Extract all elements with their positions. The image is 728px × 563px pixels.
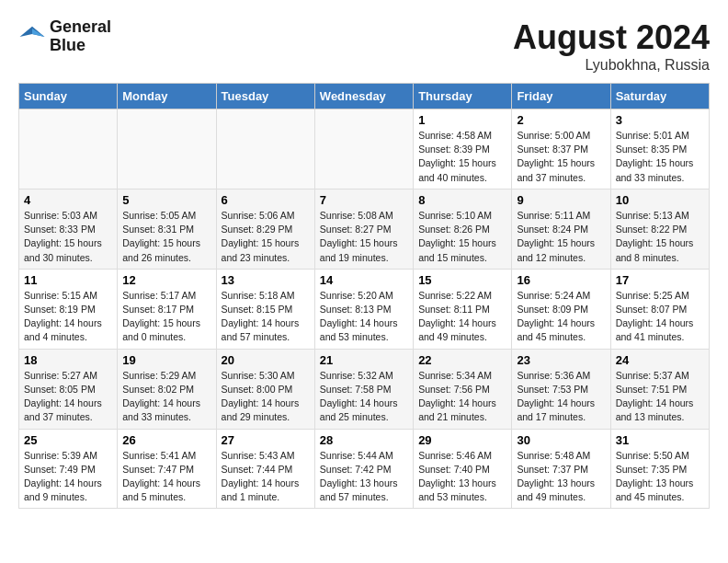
calendar-cell: 11Sunrise: 5:15 AMSunset: 8:19 PMDayligh… xyxy=(19,269,118,349)
month-year: August 2024 xyxy=(513,18,710,57)
day-info: Sunrise: 5:17 AMSunset: 8:17 PMDaylight:… xyxy=(122,290,200,343)
weekday-header-tuesday: Tuesday xyxy=(216,84,314,109)
calendar-cell: 2Sunrise: 5:00 AMSunset: 8:37 PMDaylight… xyxy=(512,109,610,190)
calendar-cell: 8Sunrise: 5:10 AMSunset: 8:26 PMDaylight… xyxy=(414,189,512,269)
calendar-cell: 25Sunrise: 5:39 AMSunset: 7:49 PMDayligh… xyxy=(19,429,118,509)
weekday-header-row: SundayMondayTuesdayWednesdayThursdayFrid… xyxy=(19,84,710,109)
day-number: 14 xyxy=(320,273,408,287)
calendar-cell: 19Sunrise: 5:29 AMSunset: 8:02 PMDayligh… xyxy=(118,349,216,429)
day-number: 21 xyxy=(320,353,408,367)
calendar-cell: 7Sunrise: 5:08 AMSunset: 8:27 PMDaylight… xyxy=(314,189,413,269)
day-info: Sunrise: 5:03 AMSunset: 8:33 PMDaylight:… xyxy=(24,210,102,263)
week-row-1: 1Sunrise: 4:58 AMSunset: 8:39 PMDaylight… xyxy=(19,109,710,190)
calendar-cell: 18Sunrise: 5:27 AMSunset: 8:05 PMDayligh… xyxy=(19,349,118,429)
calendar-cell: 4Sunrise: 5:03 AMSunset: 8:33 PMDaylight… xyxy=(19,189,118,269)
calendar-table: SundayMondayTuesdayWednesdayThursdayFrid… xyxy=(18,83,710,509)
day-info: Sunrise: 5:34 AMSunset: 7:56 PMDaylight:… xyxy=(418,370,496,423)
day-info: Sunrise: 5:24 AMSunset: 8:09 PMDaylight:… xyxy=(517,290,595,343)
weekday-header-saturday: Saturday xyxy=(610,84,709,109)
location: Lyubokhna, Russia xyxy=(513,57,710,74)
calendar-cell: 26Sunrise: 5:41 AMSunset: 7:47 PMDayligh… xyxy=(118,429,216,509)
day-number: 16 xyxy=(517,273,605,287)
day-number: 27 xyxy=(222,433,310,447)
logo-line1: General xyxy=(50,18,111,37)
calendar-cell: 13Sunrise: 5:18 AMSunset: 8:15 PMDayligh… xyxy=(216,269,314,349)
day-number: 7 xyxy=(320,193,408,207)
day-number: 20 xyxy=(222,353,310,367)
day-number: 5 xyxy=(122,193,210,207)
day-info: Sunrise: 5:30 AMSunset: 8:00 PMDaylight:… xyxy=(222,370,300,423)
calendar-cell: 30Sunrise: 5:48 AMSunset: 7:37 PMDayligh… xyxy=(512,429,610,509)
calendar-cell: 22Sunrise: 5:34 AMSunset: 7:56 PMDayligh… xyxy=(414,349,512,429)
logo: General Blue xyxy=(18,18,111,55)
calendar-cell xyxy=(118,109,216,190)
logo-icon xyxy=(18,23,46,51)
day-number: 15 xyxy=(418,273,506,287)
day-number: 18 xyxy=(24,353,112,367)
weekday-header-friday: Friday xyxy=(512,84,610,109)
calendar-cell: 16Sunrise: 5:24 AMSunset: 8:09 PMDayligh… xyxy=(512,269,610,349)
weekday-header-wednesday: Wednesday xyxy=(314,84,413,109)
day-number: 31 xyxy=(616,433,704,447)
day-info: Sunrise: 5:46 AMSunset: 7:40 PMDaylight:… xyxy=(418,450,496,503)
day-number: 29 xyxy=(418,433,506,447)
day-info: Sunrise: 5:25 AMSunset: 8:07 PMDaylight:… xyxy=(616,290,694,343)
logo-text: General Blue xyxy=(50,18,111,55)
calendar-cell: 15Sunrise: 5:22 AMSunset: 8:11 PMDayligh… xyxy=(414,269,512,349)
day-number: 28 xyxy=(320,433,408,447)
day-number: 23 xyxy=(517,353,605,367)
weekday-header-sunday: Sunday xyxy=(19,84,118,109)
calendar-cell: 9Sunrise: 5:11 AMSunset: 8:24 PMDaylight… xyxy=(512,189,610,269)
day-info: Sunrise: 5:15 AMSunset: 8:19 PMDaylight:… xyxy=(24,290,102,343)
calendar-cell: 21Sunrise: 5:32 AMSunset: 7:58 PMDayligh… xyxy=(314,349,413,429)
day-number: 11 xyxy=(24,273,112,287)
day-info: Sunrise: 5:48 AMSunset: 7:37 PMDaylight:… xyxy=(517,450,595,503)
week-row-3: 11Sunrise: 5:15 AMSunset: 8:19 PMDayligh… xyxy=(19,269,710,349)
day-info: Sunrise: 5:32 AMSunset: 7:58 PMDaylight:… xyxy=(320,370,398,423)
day-info: Sunrise: 5:36 AMSunset: 7:53 PMDaylight:… xyxy=(517,370,595,423)
title-block: August 2024 Lyubokhna, Russia xyxy=(513,18,710,74)
day-info: Sunrise: 5:29 AMSunset: 8:02 PMDaylight:… xyxy=(122,370,200,423)
day-info: Sunrise: 5:20 AMSunset: 8:13 PMDaylight:… xyxy=(320,290,398,343)
day-info: Sunrise: 5:41 AMSunset: 7:47 PMDaylight:… xyxy=(122,450,200,503)
day-number: 13 xyxy=(222,273,310,287)
day-number: 6 xyxy=(222,193,310,207)
day-info: Sunrise: 5:06 AMSunset: 8:29 PMDaylight:… xyxy=(222,210,300,263)
day-number: 3 xyxy=(616,113,704,127)
calendar-cell: 10Sunrise: 5:13 AMSunset: 8:22 PMDayligh… xyxy=(610,189,709,269)
day-info: Sunrise: 5:22 AMSunset: 8:11 PMDaylight:… xyxy=(418,290,496,343)
day-info: Sunrise: 4:58 AMSunset: 8:39 PMDaylight:… xyxy=(418,130,496,183)
day-info: Sunrise: 5:50 AMSunset: 7:35 PMDaylight:… xyxy=(616,450,694,503)
weekday-header-thursday: Thursday xyxy=(414,84,512,109)
calendar-cell: 31Sunrise: 5:50 AMSunset: 7:35 PMDayligh… xyxy=(610,429,709,509)
day-number: 24 xyxy=(616,353,704,367)
day-number: 22 xyxy=(418,353,506,367)
day-number: 30 xyxy=(517,433,605,447)
day-info: Sunrise: 5:05 AMSunset: 8:31 PMDaylight:… xyxy=(122,210,200,263)
day-number: 9 xyxy=(517,193,605,207)
day-number: 26 xyxy=(122,433,210,447)
day-number: 10 xyxy=(616,193,704,207)
calendar-cell: 14Sunrise: 5:20 AMSunset: 8:13 PMDayligh… xyxy=(314,269,413,349)
day-info: Sunrise: 5:27 AMSunset: 8:05 PMDaylight:… xyxy=(24,370,102,423)
week-row-5: 25Sunrise: 5:39 AMSunset: 7:49 PMDayligh… xyxy=(19,429,710,509)
calendar-cell: 3Sunrise: 5:01 AMSunset: 8:35 PMDaylight… xyxy=(610,109,709,190)
day-info: Sunrise: 5:00 AMSunset: 8:37 PMDaylight:… xyxy=(517,130,595,183)
calendar-cell: 24Sunrise: 5:37 AMSunset: 7:51 PMDayligh… xyxy=(610,349,709,429)
calendar-cell: 29Sunrise: 5:46 AMSunset: 7:40 PMDayligh… xyxy=(414,429,512,509)
calendar-cell: 17Sunrise: 5:25 AMSunset: 8:07 PMDayligh… xyxy=(610,269,709,349)
day-number: 8 xyxy=(418,193,506,207)
calendar-cell: 23Sunrise: 5:36 AMSunset: 7:53 PMDayligh… xyxy=(512,349,610,429)
week-row-4: 18Sunrise: 5:27 AMSunset: 8:05 PMDayligh… xyxy=(19,349,710,429)
calendar-cell xyxy=(216,109,314,190)
calendar-cell: 28Sunrise: 5:44 AMSunset: 7:42 PMDayligh… xyxy=(314,429,413,509)
day-number: 19 xyxy=(122,353,210,367)
calendar-cell: 1Sunrise: 4:58 AMSunset: 8:39 PMDaylight… xyxy=(414,109,512,190)
day-number: 17 xyxy=(616,273,704,287)
day-info: Sunrise: 5:37 AMSunset: 7:51 PMDaylight:… xyxy=(616,370,694,423)
calendar-cell: 27Sunrise: 5:43 AMSunset: 7:44 PMDayligh… xyxy=(216,429,314,509)
day-info: Sunrise: 5:18 AMSunset: 8:15 PMDaylight:… xyxy=(222,290,300,343)
calendar-cell xyxy=(19,109,118,190)
week-row-2: 4Sunrise: 5:03 AMSunset: 8:33 PMDaylight… xyxy=(19,189,710,269)
day-info: Sunrise: 5:39 AMSunset: 7:49 PMDaylight:… xyxy=(24,450,102,503)
